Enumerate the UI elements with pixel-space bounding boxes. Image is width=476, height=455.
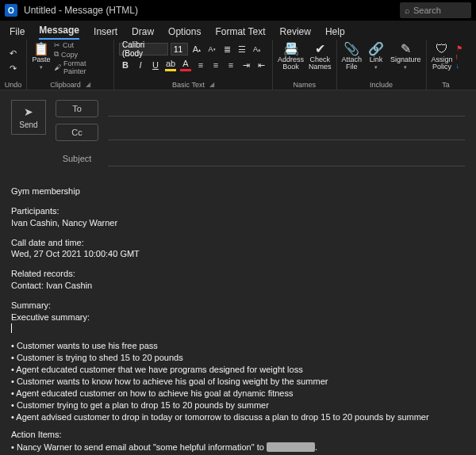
redacted-email: redactedtextXX bbox=[267, 442, 315, 452]
assign-policy-button[interactable]: 🛡 Assign Policy bbox=[430, 41, 455, 73]
outdent-button[interactable]: ⇤ bbox=[255, 59, 267, 71]
redo-button[interactable]: ↷ bbox=[7, 63, 20, 75]
titlebar: O Untitled - Message (HTML) ⌕ Search bbox=[0, 0, 476, 21]
search-input[interactable]: ⌕ Search bbox=[400, 2, 471, 18]
search-icon: ⌕ bbox=[405, 6, 410, 15]
importance-icon: ! bbox=[456, 53, 459, 61]
summary-bullets: • Customer wants to use his free pass• C… bbox=[11, 340, 465, 422]
group-tags: 🛡 Assign Policy ⚑ ! ↓ Ta bbox=[427, 40, 466, 90]
italic-button[interactable]: I bbox=[134, 59, 147, 71]
copy-icon: ⧉ bbox=[54, 50, 59, 59]
chevron-down-icon: ▾ bbox=[40, 64, 43, 70]
participants-label: Participants: bbox=[11, 206, 60, 216]
group-label-clipboard: Clipboard bbox=[50, 81, 81, 89]
group-undo: ↶ ↷ Undo bbox=[0, 40, 27, 90]
group-label-names: Names bbox=[276, 81, 333, 90]
group-label-basic-text: Basic Text bbox=[172, 81, 205, 89]
check-names-button[interactable]: ✔ Check Names bbox=[307, 41, 333, 73]
increase-font-button[interactable]: A▴ bbox=[190, 43, 203, 55]
low-importance-button[interactable]: ↓ bbox=[456, 62, 463, 70]
undo-button[interactable]: ↶ bbox=[7, 48, 20, 60]
highlight-button[interactable]: ab bbox=[164, 59, 177, 71]
dialog-launcher-icon[interactable]: ◢ bbox=[209, 81, 214, 89]
list-item: • Agent educated customer that we have p… bbox=[11, 364, 465, 376]
attach-file-button[interactable]: 📎 Attach File bbox=[340, 41, 364, 73]
font-name-select[interactable]: Calibri (Body bbox=[119, 43, 168, 55]
paste-button[interactable]: 📋 Paste ▾ bbox=[30, 41, 52, 72]
decrease-font-button[interactable]: A▾ bbox=[205, 43, 218, 55]
group-clipboard: 📋 Paste ▾ ✂Cut ⧉Copy 🖌Format Painter Cli… bbox=[27, 40, 114, 90]
numbering-button[interactable]: ☰ bbox=[236, 43, 248, 55]
group-label-include: Include bbox=[340, 81, 423, 90]
call-date-label: Call date and time: bbox=[11, 238, 84, 247]
group-names: 📇 Address Book ✔ Check Names Names bbox=[273, 40, 337, 90]
action-items-label: Action Items: bbox=[11, 429, 465, 441]
ribbon-tabs: File Message Insert Draw Options Format … bbox=[0, 21, 476, 40]
bullets-button[interactable]: ≣ bbox=[221, 43, 233, 55]
send-icon: ➤ bbox=[24, 105, 33, 118]
send-button[interactable]: ➤ Send bbox=[11, 100, 46, 135]
ribbon: ↶ ↷ Undo 📋 Paste ▾ ✂Cut ⧉Copy 🖌Format Pa… bbox=[0, 40, 476, 90]
cc-button[interactable]: Cc bbox=[56, 124, 98, 141]
to-button[interactable]: To bbox=[56, 100, 98, 117]
dialog-launcher-icon[interactable]: ◢ bbox=[86, 81, 90, 89]
link-button[interactable]: 🔗 Link ▾ bbox=[365, 41, 387, 72]
group-label-undo: Undo bbox=[3, 81, 23, 90]
to-field[interactable] bbox=[108, 101, 465, 117]
subject-label: Subject bbox=[56, 154, 98, 163]
group-basic-text: Calibri (Body 11 A▴ A▾ ≣ ☰ Aₐ B I U ab A… bbox=[114, 40, 273, 90]
subject-field[interactable] bbox=[108, 151, 465, 166]
tab-insert[interactable]: Insert bbox=[94, 26, 117, 40]
paste-icon: 📋 bbox=[33, 43, 49, 55]
call-date-value: Wed, 27 Oct 2021 10:00:40 GMT bbox=[11, 249, 140, 258]
low-icon: ↓ bbox=[456, 62, 460, 70]
list-item: • Customer wants to know how to achieve … bbox=[11, 376, 465, 388]
check-names-icon: ✔ bbox=[315, 43, 325, 55]
indent-button[interactable]: ⇥ bbox=[240, 59, 252, 71]
font-size-select[interactable]: 11 bbox=[171, 43, 188, 55]
text-cursor bbox=[11, 323, 12, 333]
list-item: • Customer trying to get a plan to drop … bbox=[11, 400, 465, 411]
signature-icon: ✎ bbox=[401, 43, 411, 55]
format-painter-button[interactable]: 🖌Format Painter bbox=[54, 59, 110, 75]
chevron-down-icon: ▾ bbox=[374, 64, 378, 70]
tab-message[interactable]: Message bbox=[39, 25, 79, 40]
exec-summary-label: Executive summary: bbox=[11, 312, 90, 322]
font-color-button[interactable]: A bbox=[179, 59, 192, 71]
tab-draw[interactable]: Draw bbox=[132, 26, 154, 40]
address-book-button[interactable]: 📇 Address Book bbox=[276, 41, 305, 73]
flag-button[interactable]: ⚑ bbox=[456, 44, 463, 52]
high-importance-button[interactable]: ! bbox=[456, 53, 463, 61]
align-left-button[interactable]: ≡ bbox=[194, 59, 207, 71]
copy-button[interactable]: ⧉Copy bbox=[54, 50, 110, 59]
body-subject: Gym membership bbox=[11, 185, 465, 197]
link-icon: 🔗 bbox=[368, 43, 384, 55]
cut-icon: ✂ bbox=[54, 41, 60, 49]
underline-button[interactable]: U bbox=[149, 59, 162, 71]
list-item: • Agent educated customer on how to achi… bbox=[11, 388, 465, 400]
cut-button[interactable]: ✂Cut bbox=[54, 41, 110, 49]
group-include: 📎 Attach File 🔗 Link ▾ ✎ Signature ▾ Inc… bbox=[337, 40, 427, 90]
tab-review[interactable]: Review bbox=[280, 26, 311, 40]
tab-format-text[interactable]: Format Text bbox=[215, 26, 265, 40]
list-item: • Nancy Warner to send email about "some… bbox=[11, 442, 465, 453]
message-header: ➤ Send To Cc Subject bbox=[0, 90, 476, 174]
signature-button[interactable]: ✎ Signature ▾ bbox=[389, 41, 423, 72]
list-item: • Customer is trying to shed 15 to 20 po… bbox=[11, 352, 465, 364]
summary-label: Summary: bbox=[11, 300, 51, 310]
outlook-app-icon: O bbox=[5, 4, 17, 17]
align-right-button[interactable]: ≡ bbox=[225, 59, 237, 71]
group-label-tags: Ta bbox=[430, 81, 463, 90]
message-body[interactable]: Gym membership Participants: Ivan Cashin… bbox=[0, 174, 476, 455]
cc-field[interactable] bbox=[108, 124, 465, 140]
attach-icon: 📎 bbox=[344, 43, 359, 55]
tab-file[interactable]: File bbox=[10, 26, 25, 40]
bold-button[interactable]: B bbox=[119, 59, 132, 71]
styles-button[interactable]: Aₐ bbox=[251, 43, 263, 55]
align-center-button[interactable]: ≡ bbox=[209, 59, 222, 71]
search-placeholder: Search bbox=[413, 6, 441, 15]
tab-options[interactable]: Options bbox=[168, 26, 201, 40]
list-item: • Customer wants to use his free pass bbox=[11, 340, 465, 352]
window-title: Untitled - Message (HTML) bbox=[24, 5, 138, 16]
tab-help[interactable]: Help bbox=[325, 26, 345, 40]
